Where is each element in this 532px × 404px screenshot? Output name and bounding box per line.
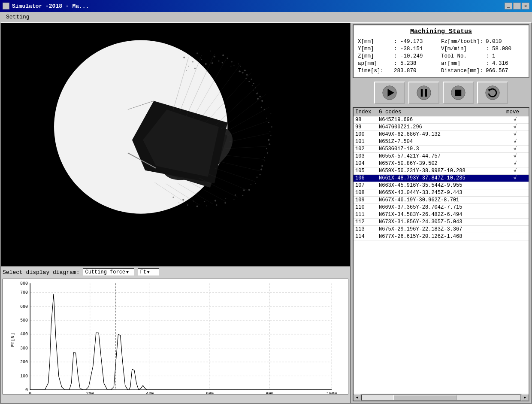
svg-point-38 [222,62,223,63]
scroll-left-button[interactable]: ◀ [354,395,360,401]
row-check: √ [503,175,527,181]
y-label: Y[mm] [358,46,392,52]
svg-point-9 [240,66,241,67]
table-row[interactable]: 111N671X-34.583Y-26.482Z-6.494 [354,211,529,219]
svg-text:200: 200 [20,360,28,365]
svg-point-12 [257,92,258,93]
row-index: 111 [355,212,379,218]
svg-text:800: 800 [266,392,273,394]
svg-point-43 [256,93,258,94]
svg-point-18 [214,56,215,58]
maximize-button[interactable]: □ [513,3,521,9]
table-row[interactable]: 103N655X-57.421Y-44.757√ [354,153,529,160]
row-index: 100 [355,131,379,137]
status-title: Machining Status [358,28,524,35]
minimize-button[interactable]: _ [505,3,512,9]
h-scrollbar-track[interactable] [361,395,521,401]
diagram-area: Select display diagram: Cutting force ▼ … [1,266,350,403]
svg-point-36 [203,66,204,67]
svg-point-47 [266,148,267,149]
svg-point-30 [248,81,250,82]
table-row[interactable]: 106N661X-48.793Y-37.847Z-10.235√ [354,175,529,182]
pause-button[interactable] [408,82,439,104]
table-row[interactable]: 105N659X-50.231Y-38.998Z-10.288√ [354,167,529,175]
status-ar-row: ar[mm] : 4.316 [441,61,524,67]
row-index: 102 [355,146,379,152]
ar-label: ar[mm] [441,61,484,67]
svg-point-67 [260,169,262,170]
svg-text:400: 400 [146,392,154,394]
diagram-type-arrow: ▼ [126,270,129,275]
table-row[interactable]: 114N677X-26.615Y-20.126Z-1.468 [354,233,529,240]
close-button[interactable]: ✕ [522,3,529,9]
diagram-unit-select[interactable]: Ft ▼ [138,268,159,276]
svg-text:Ft[N]: Ft[N] [10,333,15,347]
row-index: 99 [355,124,379,130]
repeat-button[interactable] [477,82,508,104]
svg-point-62 [271,126,272,128]
status-v-row: V[m/min] : 58.080 [441,46,524,52]
v-label: V[m/min] [441,46,484,52]
table-row[interactable]: 98N645Z19.696√ [354,116,529,124]
svg-text:100: 100 [20,374,28,379]
table-row[interactable]: 109N667X-40.19Y-30.962Z-8.701 [354,197,529,204]
stop-button[interactable] [443,82,474,104]
status-fz-row: Fz[mm/tooth]: 0.010 [441,39,524,45]
svg-text:500: 500 [20,318,28,323]
table-row[interactable]: 113N675X-29.196Y-22.183Z-3.367 [354,226,529,233]
row-check: √ [503,131,527,137]
row-code: N657X-50.86Y-39.502 [379,161,503,167]
svg-point-44 [268,122,269,123]
svg-point-28 [233,65,234,66]
svg-rect-142 [421,89,423,97]
svg-rect-145 [455,90,461,96]
svg-point-48 [264,157,265,158]
table-row[interactable]: 100N649X-62.886Y-49.132√ [354,131,529,138]
row-index: 106 [355,175,379,181]
table-row[interactable]: 108N665X-43.044Y-33.245Z-9.443 [354,189,529,197]
row-index: 114 [355,234,379,240]
horizontal-scrollbar[interactable]: ◀ ▶ [354,394,529,401]
svg-point-29 [242,72,244,73]
svg-point-60 [178,202,179,203]
row-index: 105 [355,168,379,174]
row-check [503,212,527,218]
svg-point-32 [257,98,259,100]
table-row[interactable]: 99N647G00Z21.296√ [354,124,529,131]
svg-point-17 [201,59,202,60]
table-row[interactable]: 107N663X-45.916Y-35.544Z-9.955 [354,182,529,189]
time-value: 283.870 [394,68,417,74]
row-check: √ [503,168,527,174]
row-code: N661X-48.793Y-37.847Z-10.235 [379,175,503,181]
diagram-type-select[interactable]: Cutting force ▼ [83,268,134,276]
row-check [503,197,527,203]
time-label: Time[s]: [358,68,392,74]
tool-value: : 1 [486,53,496,59]
row-index: 109 [355,197,379,203]
status-ap-row: ap[mm] : 5.238 [358,61,441,67]
svg-point-74 [204,201,205,202]
h-scrollbar-thumb[interactable] [393,395,457,400]
table-row[interactable]: 110N669X-37.365Y-28.704Z-7.715 [354,204,529,211]
table-row[interactable]: 101N651Z-7.504√ [354,138,529,146]
table-row[interactable]: 104N657X-50.86Y-39.502√ [354,160,529,167]
svg-point-46 [268,139,269,141]
diagram-unit-arrow: ▼ [147,270,150,275]
menu-setting[interactable]: Setting [3,13,33,21]
gcode-body[interactable]: 98N645Z19.696√99N647G00Z21.296√100N649X-… [354,116,529,394]
play-button[interactable] [374,82,405,104]
svg-point-64 [269,143,270,145]
table-row[interactable]: 102N653G01Z-10.3√ [354,146,529,153]
svg-text:600: 600 [20,304,28,309]
row-code: N677X-26.615Y-20.126Z-1.468 [379,234,503,240]
row-code: N673X-31.856Y-24.305Z-5.043 [379,219,503,225]
col-gcodes: G codes [379,109,503,115]
scroll-right-button[interactable]: ▶ [522,395,529,401]
svg-point-39 [230,66,231,67]
z-value: : -10.249 [394,53,423,59]
table-row[interactable]: 112N673X-31.856Y-24.305Z-5.043 [354,219,529,226]
svg-text:800: 800 [20,281,28,286]
svg-point-49 [261,165,263,167]
gcode-table: Index G codes move 98N645Z19.696√99N647G… [353,107,529,401]
row-code: N647G00Z21.296 [379,124,503,130]
